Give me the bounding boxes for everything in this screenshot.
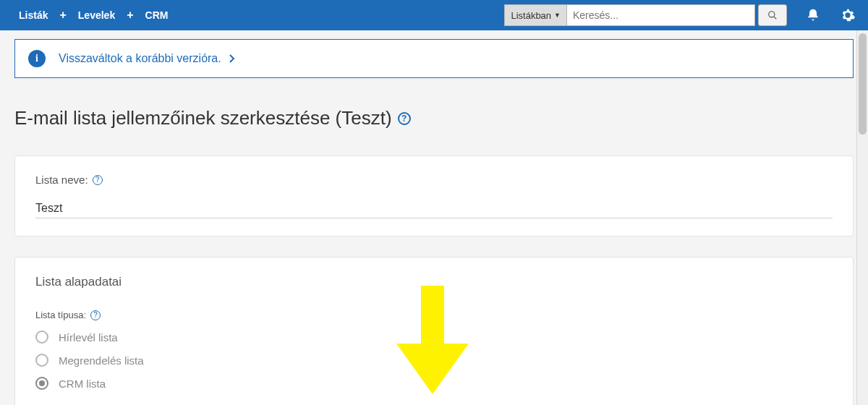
bell-icon <box>806 8 820 22</box>
nav-letters-plus-icon[interactable]: + <box>122 9 137 22</box>
page-title: E-mail lista jellemzőinek szerkesztése (… <box>14 107 854 129</box>
help-icon[interactable]: ? <box>93 175 103 185</box>
chevron-right-icon <box>229 54 236 64</box>
radio-crm-label: CRM lista <box>59 378 106 390</box>
radio-icon <box>35 377 48 390</box>
radio-newsletter-label: Hírlevél lista <box>59 331 118 344</box>
nav-letters[interactable]: Levelek <box>71 9 122 21</box>
info-icon: i <box>28 50 46 67</box>
radio-order-label: Megrendelés lista <box>59 354 144 367</box>
search-input[interactable] <box>567 4 755 26</box>
list-name-input[interactable] <box>35 199 833 218</box>
page-content: i Visszaváltok a korábbi verzióra. E-mai… <box>0 30 868 405</box>
radio-icon <box>35 331 48 344</box>
page-title-text: E-mail lista jellemzőinek szerkesztése (… <box>14 107 392 129</box>
radio-crm[interactable]: CRM lista <box>35 377 833 390</box>
list-name-label: Lista neve: ? <box>35 174 833 186</box>
help-icon[interactable]: ? <box>398 112 411 125</box>
scrollbar-thumb[interactable] <box>859 33 867 135</box>
list-name-label-text: Lista neve: <box>35 174 88 186</box>
card-list-basic: Lista alapadatai Lista típusa: ? Hírlevé… <box>14 257 854 405</box>
caret-down-icon: ▼ <box>554 12 561 19</box>
nav-lists[interactable]: Listák <box>12 9 55 21</box>
radio-order[interactable]: Megrendelés lista <box>35 354 833 367</box>
banner-text: Visszaváltok a korábbi verzióra. <box>59 52 221 65</box>
section-basic-title: Lista alapadatai <box>35 275 833 289</box>
card-list-name: Lista neve: ? <box>14 155 854 236</box>
search-scope-select[interactable]: Listákban ▼ <box>504 4 567 26</box>
search-button[interactable] <box>758 4 787 26</box>
nav-lists-plus-icon[interactable]: + <box>55 9 70 22</box>
help-icon[interactable]: ? <box>90 310 101 320</box>
topbar: Listák + Levelek + CRM Listákban ▼ <box>0 0 868 30</box>
list-type-label-text: Lista típusa: <box>35 310 86 320</box>
search-icon <box>767 10 778 20</box>
nav-crm[interactable]: CRM <box>138 9 176 21</box>
gear-icon <box>840 7 856 23</box>
list-type-label: Lista típusa: ? <box>35 310 833 320</box>
notifications-button[interactable] <box>804 7 822 24</box>
radio-icon <box>35 354 48 367</box>
banner-link[interactable]: Visszaváltok a korábbi verzióra. <box>59 52 236 65</box>
svg-line-1 <box>774 17 776 19</box>
settings-button[interactable] <box>839 7 856 24</box>
info-banner: i Visszaváltok a korábbi verzióra. <box>14 39 854 78</box>
radio-newsletter[interactable]: Hírlevél lista <box>35 331 833 344</box>
svg-point-0 <box>769 12 775 17</box>
scrollbar[interactable] <box>856 30 868 405</box>
search-scope-label: Listákban <box>511 10 551 21</box>
